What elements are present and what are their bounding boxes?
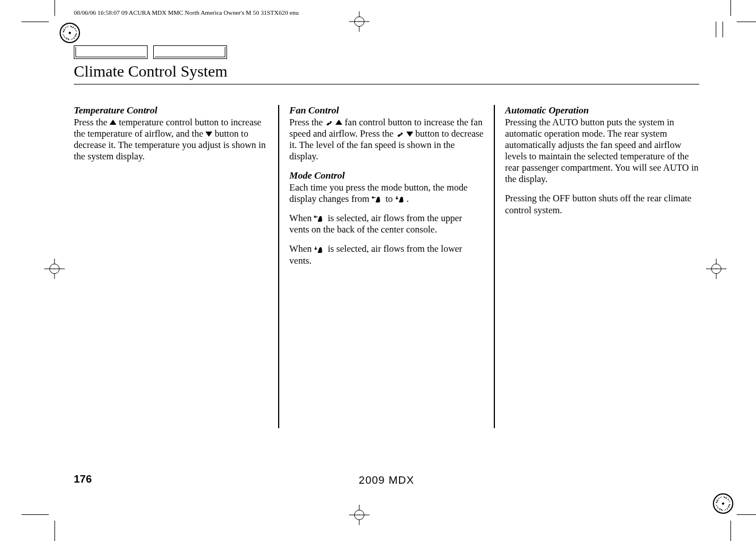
svg-point-1 xyxy=(399,133,400,134)
trim-mark xyxy=(730,521,731,541)
column-3: Automatic Operation Pressing the AUTO bu… xyxy=(495,105,699,428)
body-text: Pressing the AUTO button puts the system… xyxy=(505,117,699,185)
subheading-mode-control: Mode Control xyxy=(289,170,345,181)
trim-mark xyxy=(730,0,731,16)
trim-mark xyxy=(737,22,756,22)
vent-lower-icon xyxy=(395,195,406,203)
fan-icon xyxy=(325,119,333,126)
column-1: Temperature Control Press the temperatur… xyxy=(74,105,278,428)
vent-upper-icon xyxy=(314,214,325,222)
vent-upper-icon xyxy=(372,195,383,203)
body-text: Press the xyxy=(74,117,110,128)
page-number: 176 xyxy=(74,473,92,485)
fan-icon xyxy=(396,130,404,138)
registration-mark-icon xyxy=(713,493,733,514)
page-content: Climate Control System Temperature Contr… xyxy=(74,45,699,496)
body-text: to xyxy=(383,193,395,204)
triangle-up-icon xyxy=(110,120,116,125)
triangle-down-icon xyxy=(205,132,212,137)
trim-mark xyxy=(716,22,716,37)
trim-mark xyxy=(723,22,723,37)
body-text: When xyxy=(289,213,314,223)
footer-model: 2009 MDX xyxy=(359,474,414,487)
tab-decorations xyxy=(74,45,699,59)
column-2: Fan Control Press the fan control button… xyxy=(279,105,494,428)
trim-mark xyxy=(54,521,55,541)
body-text: . xyxy=(406,193,409,204)
crosshair-icon xyxy=(706,259,726,279)
crosshair-icon xyxy=(349,11,369,32)
body-text: Pressing the OFF button shuts off the re… xyxy=(505,193,692,215)
crosshair-icon xyxy=(44,259,65,279)
tab-box xyxy=(74,45,148,59)
tab-box xyxy=(153,45,227,59)
trim-mark xyxy=(737,514,756,515)
trim-mark xyxy=(54,0,55,16)
subheading-temperature-control: Temperature Control xyxy=(74,105,157,116)
svg-point-0 xyxy=(329,122,330,123)
columns: Temperature Control Press the temperatur… xyxy=(74,105,699,428)
body-text: When xyxy=(289,243,314,254)
subheading-automatic-operation: Automatic Operation xyxy=(505,105,589,116)
body-text: Press the xyxy=(289,117,325,128)
vent-lower-icon xyxy=(314,246,325,253)
trim-mark xyxy=(22,514,49,515)
registration-mark-icon xyxy=(60,23,80,43)
triangle-up-icon xyxy=(335,120,342,125)
page-title: Climate Control System xyxy=(74,60,699,84)
subheading-fan-control: Fan Control xyxy=(289,105,339,116)
trim-mark xyxy=(22,22,49,22)
crosshair-icon xyxy=(349,505,369,525)
triangle-down-icon xyxy=(406,132,413,137)
print-header: 08/06/06 16:58:07 09 ACURA MDX MMC North… xyxy=(74,9,299,16)
